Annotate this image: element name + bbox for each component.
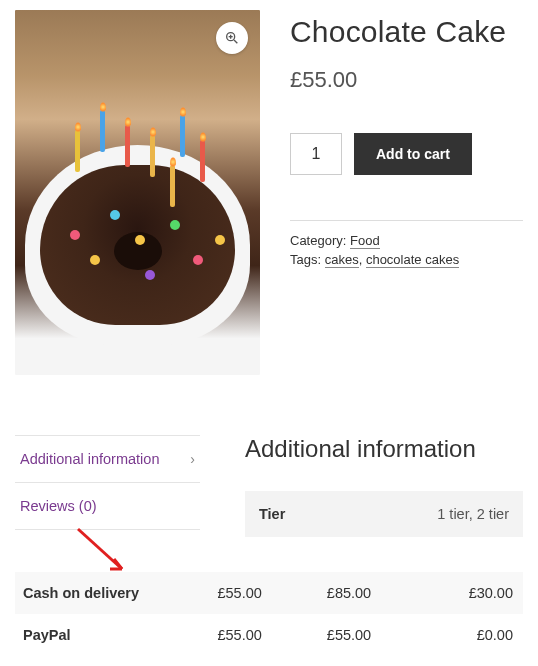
attribute-value: 1 tier, 2 tier (379, 506, 509, 522)
product-price: £55.00 (290, 67, 523, 93)
tag-link-cakes[interactable]: cakes (325, 252, 359, 268)
tags-label: Tags: (290, 252, 321, 267)
category-label: Category: (290, 233, 346, 248)
tab-label: Additional information (20, 451, 159, 467)
price-cell: £55.00 (185, 585, 294, 601)
product-title: Chocolate Cake (290, 15, 523, 49)
price-cell: £55.00 (185, 627, 294, 643)
price-cell: £0.00 (404, 627, 523, 643)
payment-method-label: PayPal (15, 627, 185, 643)
product-category: Category: Food (290, 233, 523, 248)
price-cell: £85.00 (294, 585, 403, 601)
arrow-annotation-icon (70, 524, 140, 583)
content-heading: Additional information (245, 435, 523, 463)
category-link-food[interactable]: Food (350, 233, 380, 249)
svg-line-1 (234, 40, 237, 43)
quantity-input[interactable] (290, 133, 342, 175)
price-row-paypal: PayPal £55.00 £55.00 £0.00 (15, 614, 523, 656)
tab-reviews[interactable]: Reviews (0) (15, 483, 200, 530)
attribute-label: Tier (259, 506, 379, 522)
add-to-cart-button[interactable]: Add to cart (354, 133, 472, 175)
payment-method-label: Cash on delivery (15, 585, 185, 601)
product-image[interactable] (15, 10, 260, 375)
chevron-right-icon: › (190, 451, 195, 467)
magnify-icon[interactable] (216, 22, 248, 54)
price-cell: £30.00 (404, 585, 523, 601)
tab-label: Reviews (0) (20, 498, 97, 514)
attribute-row: Tier 1 tier, 2 tier (245, 491, 523, 537)
price-cell: £55.00 (294, 627, 403, 643)
tab-additional-information[interactable]: Additional information › (15, 435, 200, 483)
tag-link-chocolate-cakes[interactable]: chocolate cakes (366, 252, 459, 268)
product-tags: Tags: cakes, chocolate cakes (290, 252, 523, 267)
